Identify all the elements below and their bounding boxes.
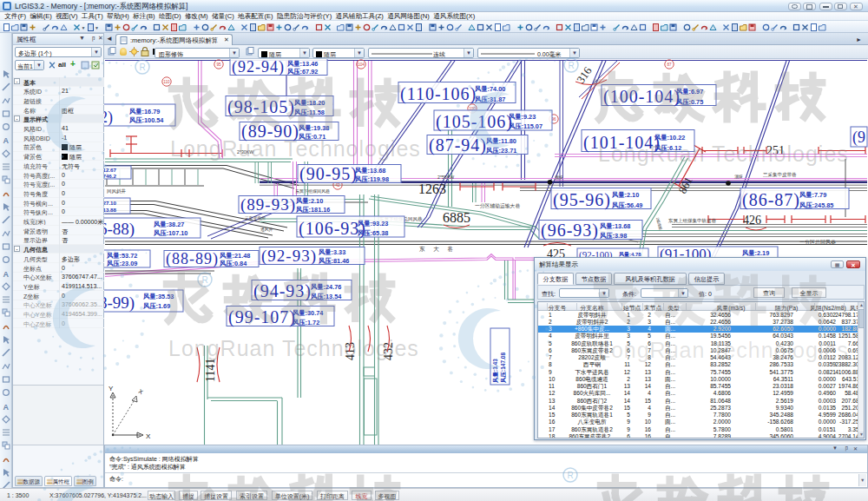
svg-text:(89-93): (89-93) (240, 195, 296, 214)
svg-text:127.10: 127.10 (104, 200, 116, 206)
svg-text:风压:0.84: 风压:0.84 (219, 260, 247, 267)
svg-text:风量:24.76: 风量:24.76 (310, 283, 341, 291)
svg-text:风量:2.10: 风量:2.10 (295, 197, 323, 205)
svg-text:X: X (146, 432, 151, 440)
svg-text:风压:115.07: 风压:115.07 (508, 122, 542, 130)
svg-text:(106-93): (106-93) (299, 219, 366, 239)
svg-text:风压:65.38: 风压:65.38 (357, 229, 388, 237)
svg-text:风量:3.43: 风量:3.43 (492, 359, 499, 384)
svg-text:风压:13.54: 风压:13.54 (310, 293, 342, 300)
svg-text:风压:107.10: 风压:107.10 (153, 229, 187, 237)
svg-text:一分区辅助运输大巷: 一分区辅助运输大巷 (475, 202, 520, 209)
svg-text:通风井: 通风井 (260, 227, 273, 232)
svg-text:风压:100.54: 风压:100.54 (128, 116, 164, 124)
svg-text:A: A (3, 403, 9, 411)
svg-text:861: 861 (675, 175, 694, 195)
svg-text:1141: 1141 (204, 359, 217, 382)
svg-text:(94-93): (94-93) (253, 281, 312, 301)
svg-text:(87-94): (87-94) (429, 135, 487, 155)
svg-text:风压:11.58: 风压:11.58 (293, 109, 325, 116)
svg-text:风量:2.10: 风量:2.10 (611, 191, 639, 199)
svg-text:风压:119.98: 风压:119.98 (354, 175, 389, 183)
svg-text:风压:1.72: 风压:1.72 (292, 319, 319, 326)
svg-text:(92-94): (92-94) (232, 59, 285, 76)
svg-text:213.88: 213.88 (104, 207, 116, 213)
svg-text:87: 87 (667, 63, 672, 67)
svg-text:6885: 6885 (443, 210, 470, 225)
svg-text:三采集中皮带巷: 三采集中皮带巷 (763, 172, 797, 178)
svg-text:(98-105): (98-105) (227, 97, 295, 117)
svg-text:风量:21.48: 风量:21.48 (219, 252, 250, 260)
svg-text:风量:13.68: 风量:13.68 (599, 222, 630, 230)
svg-text:风压:3.98: 风压:3.98 (599, 232, 627, 240)
svg-text:1746.2: 1746.2 (104, 173, 116, 179)
svg-text:251: 251 (766, 144, 785, 157)
svg-text:(96-93): (96-93) (541, 221, 599, 241)
svg-text:95: 95 (216, 63, 221, 67)
svg-text:6-88): 6-88) (104, 220, 135, 239)
svg-text:104: 104 (358, 63, 365, 67)
svg-text:风压:6.12: 风压:6.12 (654, 144, 681, 152)
svg-text:东翼上组煤集中轨道巷: 东翼上组煤集中轨道巷 (667, 218, 717, 223)
svg-text:2*30KW: 2*30KW (237, 149, 253, 155)
svg-text:风量:38.27: 风量:38.27 (153, 221, 184, 228)
svg-text:(95-96): (95-96) (553, 190, 611, 210)
svg-text:风量:30.74: 风量:30.74 (292, 309, 324, 317)
svg-text:风量:4.78: 风量:4.78 (618, 251, 641, 257)
svg-text:东翼下组煤回风巷: 东翼下组煤回风巷 (295, 188, 330, 194)
svg-text:风量:11.80: 风量:11.80 (485, 137, 516, 145)
svg-text:风压:81.46: 风压:81.46 (318, 257, 349, 265)
svg-text:X: X (138, 388, 145, 396)
svg-text:(110-106): (110-106) (400, 84, 477, 104)
svg-text:(101-104): (101-104) (583, 133, 661, 153)
svg-text:(100-104): (100-104) (603, 87, 681, 107)
svg-text:(86-87): (86-87) (742, 190, 800, 210)
svg-text:风量:3.33: 风量:3.33 (318, 248, 345, 256)
svg-text:回风斜井: 回风斜井 (107, 188, 127, 194)
svg-text:风压:31.87: 风压:31.87 (474, 96, 505, 103)
svg-text:风量:18.20: 风量:18.20 (293, 99, 325, 107)
svg-text:风压:0.75: 风压:0.75 (675, 98, 703, 106)
svg-text:风量:2.19: 风量:2.19 (741, 249, 769, 257)
svg-text:(105-106): (105-106) (436, 112, 513, 132)
svg-text:Y: Y (108, 385, 114, 392)
svg-text:(90-95): (90-95) (299, 164, 358, 184)
svg-text:A: A (3, 270, 9, 278)
svg-text:风量:19.38: 风量:19.38 (298, 124, 329, 132)
svg-text:风量:13.46: 风量:13.46 (286, 60, 318, 68)
svg-text:(9: (9 (852, 129, 865, 147)
svg-text:110: 110 (163, 80, 170, 84)
svg-text:2*55KW: 2*55KW (437, 175, 454, 180)
svg-text:风量:35.53: 风量:35.53 (142, 293, 174, 300)
svg-text:风量:7.79: 风量:7.79 (799, 191, 826, 199)
svg-text:1263: 1263 (418, 181, 446, 196)
svg-text:(89-90): (89-90) (241, 122, 299, 142)
svg-text:风压:181.16: 风压:181.16 (295, 206, 330, 214)
svg-text:212.67: 212.67 (104, 167, 116, 173)
svg-text:(99-107): (99-107) (228, 307, 296, 327)
svg-text:风量:93.23: 风量:93.23 (357, 220, 388, 227)
svg-text:风压:245.85: 风压:245.85 (799, 201, 833, 209)
svg-text:风压:147.08: 风压:147.08 (500, 353, 507, 384)
svg-text:2煤溜眼: 2煤溜眼 (655, 217, 663, 231)
svg-text:(92-93): (92-93) (261, 247, 317, 266)
svg-text:三采变电所: 三采变电所 (245, 215, 266, 221)
svg-text:风量:16.79: 风量:16.79 (128, 108, 160, 115)
svg-text:风量:10.22: 风量:10.22 (654, 134, 685, 142)
svg-text:(88-89): (88-89) (166, 250, 219, 268)
svg-text:2): 2) (104, 109, 113, 127)
svg-text:风压:1.69: 风压:1.69 (142, 302, 170, 310)
svg-text:A: A (3, 136, 9, 144)
svg-text:风量:74.00: 风量:74.00 (474, 85, 505, 93)
svg-text:一分区总回风巷: 一分区总回风巷 (799, 239, 836, 246)
svg-text:风压:23.09: 风压:23.09 (106, 260, 137, 267)
svg-text:风压:0.71: 风压:0.71 (298, 133, 326, 141)
svg-text:风量:6.97: 风量:6.97 (675, 88, 703, 96)
svg-text:风压:23.71: 风压:23.71 (485, 147, 516, 155)
svg-text:42: 42 (335, 183, 340, 188)
svg-text:风量:53.72: 风量:53.72 (106, 252, 137, 260)
svg-text:东 大 巷: 东 大 巷 (419, 246, 457, 252)
svg-text:风压:67.92: 风压:67.92 (286, 68, 318, 76)
svg-text:风量:13.68: 风量:13.68 (354, 167, 385, 175)
svg-text:风压:56.49: 风压:56.49 (611, 201, 642, 209)
